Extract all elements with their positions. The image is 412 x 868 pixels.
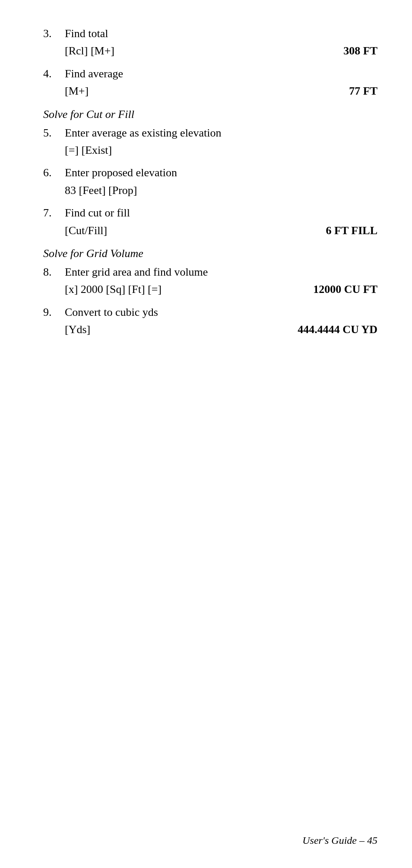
- step-5-text: Enter average as existing elevation: [65, 125, 377, 141]
- step-3-instruction: [Rcl] [M+]: [65, 43, 114, 59]
- page-footer: User's Guide – 45: [302, 835, 377, 846]
- main-content: 3. Find total [Rcl] [M+] 308 FT 4. Find …: [43, 26, 377, 337]
- step-3-detail: [Rcl] [M+] 308 FT: [43, 43, 377, 59]
- step-6-text: Enter proposed elevation: [65, 165, 377, 181]
- step-9-instruction: [Yds]: [65, 322, 90, 337]
- step-8-instruction: [x] 2000 [Sq] [Ft] [=]: [65, 282, 162, 297]
- step-3-result: 308 FT: [291, 45, 377, 57]
- step-7-detail: [Cut/Fill] 6 FT FILL: [43, 223, 377, 238]
- step-9-result: 444.4444 CU YD: [291, 323, 377, 336]
- step-6-detail: 83 [Feet] [Prop]: [43, 183, 377, 198]
- step-7-result: 6 FT FILL: [291, 224, 377, 237]
- step-4-detail: [M+] 77 FT: [43, 83, 377, 99]
- step-4-number: 4.: [43, 66, 65, 82]
- step-9-detail: [Yds] 444.4444 CU YD: [43, 322, 377, 337]
- step-3-text: Find total: [65, 26, 377, 41]
- step-8-number: 8.: [43, 264, 65, 280]
- step-8-detail: [x] 2000 [Sq] [Ft] [=] 12000 CU FT: [43, 282, 377, 297]
- step-5-header: 5. Enter average as existing elevation: [43, 125, 377, 141]
- step-8-result: 12000 CU FT: [291, 283, 377, 296]
- step-8-text: Enter grid area and find volume: [65, 264, 377, 280]
- step-7-header: 7. Find cut or fill: [43, 205, 377, 221]
- step-9-text: Convert to cubic yds: [65, 305, 377, 320]
- step-4-result: 77 FT: [291, 85, 377, 98]
- step-7-instruction: [Cut/Fill]: [65, 223, 107, 238]
- step-6-header: 6. Enter proposed elevation: [43, 165, 377, 181]
- step-3-header: 3. Find total: [43, 26, 377, 41]
- page-number: User's Guide – 45: [302, 835, 377, 846]
- step-5-instruction: [=] [Exist]: [65, 143, 112, 158]
- section1-header: Solve for Cut or Fill: [43, 108, 377, 121]
- step-5-detail: [=] [Exist]: [43, 143, 377, 158]
- step-4-text: Find average: [65, 66, 377, 82]
- step-8-header: 8. Enter grid area and find volume: [43, 264, 377, 280]
- step-5-number: 5.: [43, 125, 65, 141]
- step-7-number: 7.: [43, 205, 65, 221]
- section2-header: Solve for Grid Volume: [43, 247, 377, 260]
- step-3-number: 3.: [43, 26, 65, 41]
- step-9-number: 9.: [43, 305, 65, 320]
- step-6-instruction: 83 [Feet] [Prop]: [65, 183, 137, 198]
- step-4-header: 4. Find average: [43, 66, 377, 82]
- step-7-text: Find cut or fill: [65, 205, 377, 221]
- step-4-instruction: [M+]: [65, 83, 89, 99]
- step-6-number: 6.: [43, 165, 65, 181]
- step-9-header: 9. Convert to cubic yds: [43, 305, 377, 320]
